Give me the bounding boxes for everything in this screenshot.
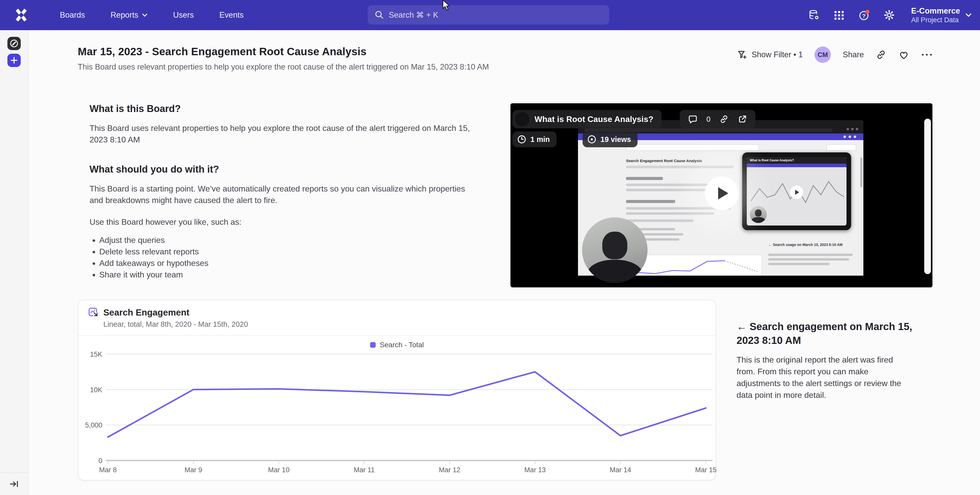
play-icon bbox=[718, 187, 729, 199]
report-section: Search Engagement Linear, total, Mar 8th… bbox=[78, 300, 932, 481]
create-new-button[interactable] bbox=[7, 54, 21, 67]
chevron-down-icon bbox=[142, 13, 148, 17]
video-title: What is Root Cause Analysis? bbox=[535, 115, 654, 124]
favorite-heart-icon[interactable] bbox=[898, 49, 909, 60]
comments-icon[interactable] bbox=[688, 114, 698, 124]
plus-icon bbox=[11, 57, 18, 64]
video-presenter-avatar bbox=[515, 112, 530, 126]
apps-grid-icon[interactable] bbox=[833, 9, 845, 21]
project-name: E-Commerce bbox=[911, 6, 960, 16]
chart-area: 05,00010K15KMar 8Mar 9Mar 10Mar 11Mar 12… bbox=[78, 349, 716, 480]
svg-text:5,000: 5,000 bbox=[85, 421, 102, 429]
share-button[interactable]: Share bbox=[843, 50, 864, 59]
filter-icon bbox=[737, 49, 747, 60]
annotation-block: ← Search engagement on March 15, 2023 8:… bbox=[737, 300, 916, 401]
thumb-window-scrollbar bbox=[924, 119, 931, 274]
primary-nav: Boards Reports Users Events bbox=[60, 11, 244, 20]
line-report-icon[interactable] bbox=[89, 307, 98, 317]
top-nav: Boards Reports Users Events Search ⌘ + K bbox=[0, 0, 980, 30]
list-item: Share it with your team bbox=[99, 269, 472, 280]
thumb-nested-video: What is Root Cause Analysis? bbox=[742, 153, 851, 230]
nav-utilities: ? E-Commerce All Project Data bbox=[808, 0, 972, 30]
expand-sidebar-button[interactable] bbox=[0, 473, 28, 495]
nav-item-users[interactable]: Users bbox=[173, 11, 194, 20]
annotation-heading: ← Search engagement on March 15, 2023 8:… bbox=[737, 320, 916, 347]
chart-legend[interactable]: Search - Total bbox=[78, 341, 716, 349]
video-link-icon[interactable] bbox=[719, 114, 729, 124]
intro-section: What is this Board? This Board uses rele… bbox=[78, 103, 932, 287]
svg-text:Mar 10: Mar 10 bbox=[268, 466, 290, 474]
svg-text:Mar 11: Mar 11 bbox=[354, 466, 375, 474]
report-card[interactable]: Search Engagement Linear, total, Mar 8th… bbox=[78, 300, 716, 481]
svg-text:0: 0 bbox=[99, 457, 102, 465]
svg-text:Mar 12: Mar 12 bbox=[439, 466, 460, 474]
left-rail bbox=[0, 30, 29, 495]
intro-use-line: Use this Board however you like, such as… bbox=[89, 217, 472, 227]
clock-icon bbox=[517, 135, 526, 144]
play-button[interactable] bbox=[705, 177, 738, 210]
annotation-body: This is the original report the alert wa… bbox=[737, 354, 913, 401]
video-title-bar: What is Root Cause Analysis? bbox=[512, 110, 662, 128]
svg-text:Mar 9: Mar 9 bbox=[185, 466, 202, 474]
show-filter-button[interactable]: Show Filter • 1 bbox=[737, 49, 803, 60]
report-card-header: Search Engagement Linear, total, Mar 8th… bbox=[78, 300, 716, 336]
board-canvas: Mar 15, 2023 - Search Engagement Root Ca… bbox=[29, 30, 980, 495]
thumb-mini-chart bbox=[634, 255, 762, 275]
thumb-note-heading: ← Search usage on March 15, 2023 8:10 AM bbox=[768, 242, 855, 247]
mouse-cursor bbox=[441, 0, 451, 11]
explore-button[interactable] bbox=[7, 37, 21, 50]
engagement-chart: 05,00010K15KMar 8Mar 9Mar 10Mar 11Mar 12… bbox=[78, 350, 717, 475]
video-player[interactable]: Search Engagement Root Cause Analysis bbox=[511, 103, 932, 287]
video-duration-badge: 1 min bbox=[512, 131, 557, 147]
video-actions: 0 bbox=[680, 110, 756, 128]
intro-q2-heading: What should you do with it? bbox=[89, 164, 472, 175]
views-icon bbox=[587, 135, 597, 144]
list-item: Delete less relevant reports bbox=[99, 246, 472, 258]
svg-text:Mar 14: Mar 14 bbox=[610, 466, 631, 474]
nested-webcam bbox=[750, 206, 767, 223]
nav-item-boards[interactable]: Boards bbox=[60, 11, 85, 20]
copy-link-icon[interactable] bbox=[876, 49, 886, 60]
legend-label: Search - Total bbox=[380, 341, 424, 349]
intro-bullets: Adjust the queriesDelete less relevant r… bbox=[89, 234, 472, 280]
list-item: Adjust the queries bbox=[99, 234, 472, 246]
nav-item-events[interactable]: Events bbox=[220, 11, 244, 20]
board-subtitle: This Board uses relevant properties to h… bbox=[78, 62, 489, 72]
report-title: Search Engagement bbox=[103, 307, 189, 318]
board-title: Mar 15, 2023 - Search Engagement Root Ca… bbox=[78, 46, 489, 58]
more-menu-icon[interactable] bbox=[921, 53, 932, 56]
board-controls: Show Filter • 1 CM Share bbox=[737, 46, 932, 63]
chevron-down-icon bbox=[965, 13, 972, 18]
expand-sidebar-icon bbox=[10, 480, 19, 488]
svg-text:15K: 15K bbox=[90, 350, 102, 358]
data-management-icon[interactable] bbox=[808, 9, 820, 21]
report-subtitle: Linear, total, Mar 8th, 2020 - Mar 15th,… bbox=[103, 320, 705, 329]
presenter-webcam-bubble bbox=[582, 217, 648, 283]
video-comment-count: 0 bbox=[706, 115, 710, 124]
list-item: Add takeaways or hypotheses bbox=[99, 258, 472, 269]
mixpanel-logo-icon[interactable] bbox=[14, 8, 28, 22]
svg-text:Mar 13: Mar 13 bbox=[524, 466, 546, 474]
compass-icon bbox=[10, 39, 19, 48]
board-header: Mar 15, 2023 - Search Engagement Root Ca… bbox=[78, 46, 932, 72]
svg-text:?: ? bbox=[862, 13, 865, 19]
app-root: Boards Reports Users Events Search ⌘ + K bbox=[0, 0, 980, 495]
settings-gear-icon[interactable] bbox=[883, 9, 895, 21]
intro-q1-body: This Board uses relevant properties to h… bbox=[89, 123, 472, 145]
avatar[interactable]: CM bbox=[815, 46, 831, 63]
thumb-board-title: Search Engagement Root Cause Analysis bbox=[626, 159, 702, 163]
project-switcher[interactable]: E-Commerce All Project Data bbox=[911, 6, 972, 24]
nested-play-icon bbox=[790, 186, 803, 199]
help-icon[interactable]: ? bbox=[858, 9, 870, 21]
svg-text:10K: 10K bbox=[90, 386, 102, 394]
project-scope: All Project Data bbox=[911, 16, 960, 24]
nav-item-reports[interactable]: Reports bbox=[110, 11, 148, 20]
open-external-icon[interactable] bbox=[738, 114, 747, 124]
svg-text:Mar 15: Mar 15 bbox=[695, 466, 717, 474]
intro-q2-body: This Board is a starting point. We’ve au… bbox=[89, 183, 472, 206]
svg-text:Mar 8: Mar 8 bbox=[99, 466, 117, 474]
legend-swatch bbox=[370, 342, 376, 348]
search-icon bbox=[375, 11, 383, 19]
intro-q1-heading: What is this Board? bbox=[89, 103, 472, 114]
global-search-input[interactable]: Search ⌘ + K bbox=[368, 5, 609, 25]
